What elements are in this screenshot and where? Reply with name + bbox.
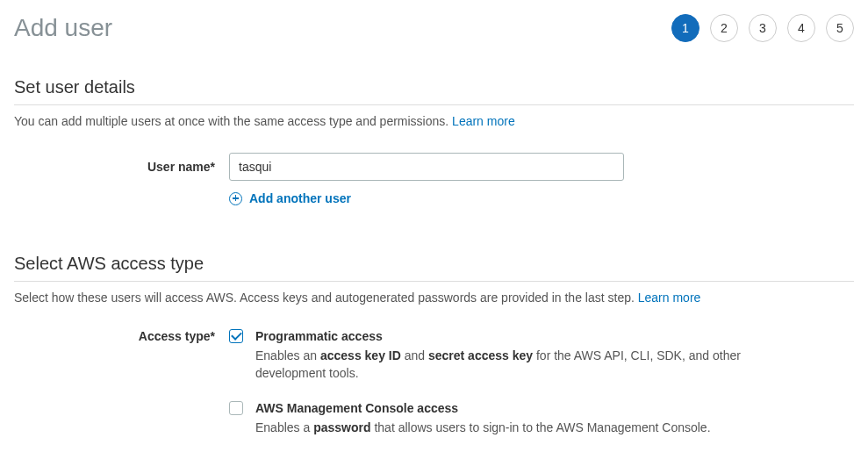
- access-section-title: Select AWS access type: [14, 254, 854, 282]
- username-input[interactable]: [229, 153, 624, 181]
- console-access-desc: Enables a password that allows users to …: [255, 419, 747, 436]
- page-title: Add user: [14, 14, 112, 42]
- console-access-title: AWS Management Console access: [255, 401, 747, 415]
- programmatic-access-checkbox[interactable]: [229, 329, 243, 343]
- programmatic-access-desc: Enables an access key ID and secret acce…: [255, 347, 747, 383]
- add-another-user-link[interactable]: Add another user: [229, 191, 351, 205]
- user-details-desc: You can add multiple users at once with …: [14, 114, 854, 128]
- console-access-checkbox[interactable]: [229, 401, 243, 415]
- learn-more-link-users[interactable]: Learn more: [452, 114, 515, 128]
- wizard-step-1[interactable]: 1: [671, 14, 699, 42]
- access-section-desc: Select how these users will access AWS. …: [14, 291, 854, 305]
- user-details-desc-text: You can add multiple users at once with …: [14, 114, 452, 128]
- learn-more-link-access[interactable]: Learn more: [638, 291, 701, 305]
- wizard-steps: 1 2 3 4 5: [671, 14, 854, 42]
- wizard-step-3[interactable]: 3: [749, 14, 777, 42]
- access-type-label: Access type*: [14, 329, 229, 343]
- wizard-step-5[interactable]: 5: [826, 14, 854, 42]
- programmatic-access-title: Programmatic access: [255, 329, 747, 343]
- plus-circle-icon: [229, 192, 242, 205]
- username-label: User name*: [14, 160, 229, 174]
- add-another-user-label: Add another user: [249, 191, 351, 205]
- wizard-step-2[interactable]: 2: [710, 14, 738, 42]
- access-desc-text: Select how these users will access AWS. …: [14, 291, 638, 305]
- user-details-title: Set user details: [14, 77, 854, 105]
- wizard-step-4[interactable]: 4: [787, 14, 815, 42]
